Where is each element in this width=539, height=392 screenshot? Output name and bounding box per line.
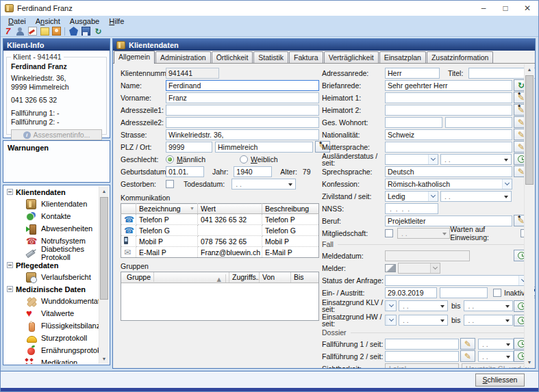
tab-einsatzplan[interactable]: Einsatzplan	[379, 51, 426, 63]
ges-wohnort-field2[interactable]	[445, 117, 512, 128]
meldedatum-field[interactable]	[385, 250, 470, 261]
status-anfrage-combo[interactable]	[385, 275, 529, 286]
shape-icon[interactable]	[69, 27, 78, 36]
tree-item-wunddokumentation[interactable]: Wunddokumentation	[4, 295, 99, 307]
menu-hilfe[interactable]: Hilfe	[104, 17, 129, 25]
menu-datei[interactable]: Datei	[3, 17, 31, 25]
sichtbarkeit-combo1[interactable]: Lokal	[385, 363, 459, 369]
vorname-field[interactable]	[166, 92, 319, 103]
kommunikation-row-email-p[interactable]: E-Mail P Franz@bluewin.ch E-Mail P	[121, 247, 319, 258]
scroll-down-icon[interactable]: ▼	[99, 354, 109, 364]
wert-column-header[interactable]: Wert	[198, 204, 262, 214]
tree-item-ernaehrungsprotokoll[interactable]: Ernährungsprotokoll	[4, 344, 99, 356]
adresszeile2-field[interactable]	[166, 117, 319, 128]
melder-combo[interactable]	[398, 263, 440, 274]
tab-faktura[interactable]: Faktura	[289, 51, 323, 63]
menu-ansicht[interactable]: Ansicht	[31, 17, 65, 25]
mitgliedschaft-checkbox[interactable]	[385, 229, 393, 237]
fallfuehrung2-field[interactable]	[385, 351, 459, 362]
tree-group-klientendaten[interactable]: Klientendaten	[4, 186, 99, 198]
heimatort1-field[interactable]	[385, 92, 512, 103]
einsatzgrund-klv-combo[interactable]	[385, 300, 397, 311]
mitgliedschaft-date-combo[interactable]: . .	[397, 228, 450, 239]
client-icon[interactable]	[15, 27, 25, 36]
tree-item-medikation[interactable]: Medikation	[4, 356, 99, 364]
adressanrede-field[interactable]	[385, 68, 440, 79]
eintritt-field[interactable]	[385, 287, 437, 298]
report-7-icon[interactable]	[3, 27, 13, 36]
von-column-header[interactable]: Von	[260, 272, 291, 283]
tree-scrollbar[interactable]: ▲ ▼	[99, 186, 109, 364]
einsatzgrund-hw-von-combo[interactable]: . .	[399, 315, 448, 326]
combo-button[interactable]	[386, 301, 396, 311]
collapse-icon[interactable]	[7, 262, 13, 268]
kommunikation-row-telefon-g[interactable]: Telefon G Telefon G	[121, 225, 319, 236]
nnss-field[interactable]	[385, 203, 438, 214]
combo-button[interactable]	[430, 263, 440, 273]
zivilstand-combo[interactable]: Ledig	[385, 191, 438, 202]
form-scrollbar[interactable]: ▲ ▼	[524, 64, 534, 367]
strasse-field[interactable]	[166, 129, 319, 140]
tree-item-vitalwerte[interactable]: Vitalwerte	[4, 307, 99, 319]
tab-zusatzinformation[interactable]: Zusatzinformation	[427, 51, 493, 63]
collapse-icon[interactable]	[7, 286, 13, 292]
klientennummer-field[interactable]	[166, 68, 219, 79]
tree-item-diabetisches-protokoll[interactable]: Diabetisches Protokoll	[4, 247, 99, 259]
ges-wohnort-field1[interactable]	[385, 117, 442, 128]
geburtsdatum-field[interactable]	[166, 166, 204, 177]
konfession-combo[interactable]: Römisch-katholisch	[385, 179, 512, 190]
austritt-field[interactable]	[440, 287, 488, 298]
tab-vertraeglichkeit[interactable]: Verträglichkeit	[324, 51, 379, 63]
gruppe-column-header[interactable]: Gruppe▲	[121, 272, 229, 283]
scroll-up-icon[interactable]: ▲	[99, 186, 109, 196]
contact-report-icon[interactable]	[52, 27, 61, 36]
tree-item-verlaufsbericht[interactable]: Verlaufsbericht	[4, 271, 99, 283]
melder-picker-button[interactable]	[385, 264, 396, 272]
inaktiv-checkbox[interactable]	[493, 289, 501, 297]
sprechsprache-field[interactable]	[385, 166, 512, 177]
jahr-field[interactable]	[234, 166, 272, 177]
icon-column-header[interactable]	[121, 204, 136, 214]
kommunikation-row-telefon-p[interactable]: Telefon P 041 326 65 32 Telefon P	[121, 214, 319, 225]
scroll-thumb[interactable]	[100, 197, 108, 300]
menu-ausgabe[interactable]: Ausgabe	[65, 17, 104, 25]
combo-button[interactable]	[502, 179, 512, 189]
minimize-button[interactable]: –	[473, 1, 494, 16]
zivilstand-date-combo[interactable]: . .	[440, 191, 512, 202]
einsatzgrund-klv-bis-combo[interactable]: . .	[464, 300, 513, 311]
bezeichnung-column-header[interactable]: Bezeichnung▼	[136, 204, 198, 214]
kommunikation-row-mobil-p[interactable]: Mobil P 078 756 32 65 Mobil P	[121, 236, 319, 247]
muttersprache-field[interactable]	[385, 142, 512, 153]
collapse-icon[interactable]	[7, 189, 13, 195]
maximize-button[interactable]: □	[494, 1, 516, 16]
einsatzgrund-klv-von-combo[interactable]: . .	[399, 300, 448, 311]
edit-protocol-icon[interactable]	[28, 27, 37, 36]
tab-oertlichkeit[interactable]: Örtlichkeit	[212, 51, 253, 63]
nationalitaet-field[interactable]	[385, 129, 512, 140]
tree-item-kontakte[interactable]: Kontakte	[4, 210, 99, 222]
scroll-up-icon[interactable]: ▲	[525, 64, 534, 75]
assessmentinfo-button[interactable]: i Assessmentinfo...	[11, 129, 102, 140]
heimatort2-field[interactable]	[385, 105, 512, 116]
einsatzgrund-hw-bis-combo[interactable]: . .	[464, 315, 513, 326]
tab-allgemein[interactable]: Allgemein	[114, 51, 155, 64]
name-field[interactable]	[166, 80, 319, 91]
tree-item-sturzprotokoll[interactable]: Sturzprotokoll	[4, 332, 99, 344]
save-icon[interactable]	[82, 27, 90, 36]
briefanrede-field[interactable]	[385, 80, 512, 91]
scroll-down-icon[interactable]: ▼	[525, 357, 534, 367]
notes-icon[interactable]	[40, 27, 49, 36]
tab-administration[interactable]: Administration	[155, 51, 211, 63]
fallfuehrung1-date-combo[interactable]: . .	[478, 339, 514, 350]
refresh-icon[interactable]	[93, 27, 103, 36]
scroll-thumb[interactable]	[525, 75, 534, 185]
beschreibung-column-header[interactable]: Beschreibung	[262, 204, 319, 214]
zugriffs-column-header[interactable]: Zugriffs...	[229, 272, 260, 283]
combo-button[interactable]	[428, 155, 438, 164]
bis-column-header[interactable]: Bis	[291, 272, 318, 283]
plz-field[interactable]	[166, 142, 212, 153]
tree-item-abwesenheiten[interactable]: Abwesenheiten	[4, 222, 99, 235]
sichtbarkeit-combo2[interactable]: Hauptsitz GL und Zentr...	[462, 363, 529, 369]
schliessen-button[interactable]: Schliessen	[475, 374, 525, 387]
todesdatum-combo[interactable]: . .	[231, 179, 296, 190]
